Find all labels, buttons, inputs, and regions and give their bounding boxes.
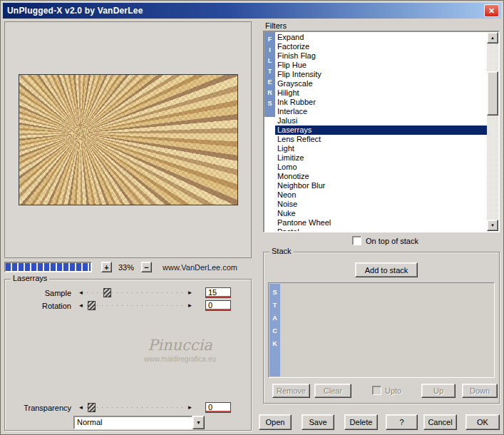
rotation-left-arrow-icon[interactable]: ◄ xyxy=(76,301,86,310)
filter-list-item[interactable]: Grayscale xyxy=(275,79,487,88)
zoom-level: 33% xyxy=(113,263,139,272)
save-button[interactable]: Save xyxy=(302,414,334,430)
add-to-stack-button[interactable]: Add to stack xyxy=(355,262,418,277)
upto-checkbox[interactable] xyxy=(372,386,381,395)
stack-group: Stack Add to stack STACK Remove Clear Up… xyxy=(263,252,500,404)
transparency-right-arrow-icon[interactable]: ► xyxy=(185,403,195,412)
rotation-slider[interactable] xyxy=(87,301,184,310)
filter-list-item[interactable]: Laserrays xyxy=(275,126,487,135)
rotation-value-field[interactable]: 0 xyxy=(205,300,231,311)
clear-button[interactable]: Clear xyxy=(314,384,351,398)
transparency-slider[interactable] xyxy=(87,403,184,412)
transparency-left-arrow-icon[interactable]: ◄ xyxy=(76,403,86,412)
on-top-checkbox[interactable] xyxy=(352,236,361,245)
cancel-button[interactable]: Cancel xyxy=(423,414,457,430)
sample-label: Sample xyxy=(11,289,76,297)
filter-list-item[interactable]: Interlace xyxy=(275,107,487,116)
window-title: UnPlugged-X v2.0 by VanDerLee xyxy=(3,6,143,16)
ok-button[interactable]: OK xyxy=(466,414,500,430)
laserrays-preview-image xyxy=(19,74,238,205)
sample-value-field[interactable]: 15 xyxy=(205,287,231,298)
rotation-row: Rotation ◄ ► 0 xyxy=(11,300,247,312)
sample-right-arrow-icon[interactable]: ► xyxy=(185,288,195,297)
help-button[interactable]: ? xyxy=(386,414,418,430)
delete-button[interactable]: Delete xyxy=(344,414,378,430)
transparency-value-field[interactable]: 0 xyxy=(205,402,231,413)
blend-mode-combo[interactable]: Normal ▼ xyxy=(73,416,205,429)
sample-slider-thumb[interactable] xyxy=(103,288,111,297)
filters-vertical-tab: FILTERS xyxy=(264,32,275,117)
zoom-out-button[interactable]: − xyxy=(141,262,152,272)
filters-listbox: FILTERS ExpandFactorizeFinish FlagFlip H… xyxy=(263,31,500,232)
filter-list-item[interactable]: Factorize xyxy=(275,42,487,51)
filter-list-item[interactable]: Nuke xyxy=(275,209,487,218)
scroll-up-button[interactable]: ▲ xyxy=(487,32,498,44)
laserrays-group-label: Laserrays xyxy=(11,274,49,282)
filter-list-item[interactable]: Pantone Wheel xyxy=(275,218,487,227)
filter-list-item[interactable]: Expand xyxy=(275,33,487,42)
filter-list-item[interactable]: Flip Hue xyxy=(275,61,487,70)
render-progress-bar xyxy=(4,262,92,272)
transparency-row: Transparency ◄ ► 0 xyxy=(11,401,247,414)
filter-list-item[interactable]: Lens Reflect xyxy=(275,135,487,144)
watermark: Pinuccia www.maidiregrafica.eu xyxy=(112,337,248,363)
stack-group-label: Stack xyxy=(269,247,294,255)
filter-list-item[interactable]: Neighbor Blur xyxy=(275,181,487,190)
filter-list-item[interactable]: Finish Flag xyxy=(275,51,487,61)
rotation-label: Rotation xyxy=(11,302,76,310)
up-button[interactable]: Up xyxy=(421,384,456,398)
sample-slider[interactable] xyxy=(87,288,184,297)
blend-mode-value[interactable]: Normal xyxy=(73,416,192,429)
remove-button[interactable]: Remove xyxy=(272,384,310,398)
vendor-site-link[interactable]: www.VanDerLee.com xyxy=(163,263,237,272)
rotation-slider-thumb[interactable] xyxy=(88,301,96,310)
rotation-right-arrow-icon[interactable]: ► xyxy=(185,301,195,310)
sample-row: Sample ◄ ► 15 xyxy=(11,287,247,299)
filter-list-item[interactable]: Neon xyxy=(275,190,487,200)
zoom-in-button[interactable]: + xyxy=(101,262,112,272)
watermark-site: www.maidiregrafica.eu xyxy=(112,355,248,363)
scrollbar-thumb[interactable] xyxy=(487,71,498,116)
title-bar[interactable]: UnPlugged-X v2.0 by VanDerLee ✕ xyxy=(3,3,501,19)
laserrays-group: Laserrays Sample ◄ ► 15 Rotation ◄ ► 0 P… xyxy=(4,279,252,431)
open-button[interactable]: Open xyxy=(259,414,292,430)
watermark-name: Pinuccia xyxy=(112,337,248,354)
filter-list-item[interactable]: Flip Intensity xyxy=(275,70,487,79)
unplugged-x-window: UnPlugged-X v2.0 by VanDerLee ✕ + 33% − … xyxy=(0,0,504,435)
stack-vertical-tab: STACK xyxy=(269,284,280,377)
stack-listbox: STACK xyxy=(268,282,495,378)
scroll-down-icon: ▼ xyxy=(490,223,495,227)
filter-list-item[interactable]: Pastel xyxy=(275,227,487,231)
filter-list-item[interactable]: Ink Rubber xyxy=(275,98,487,107)
filter-list-item[interactable]: Lomo xyxy=(275,163,487,172)
filters-items: ExpandFactorizeFinish FlagFlip HueFlip I… xyxy=(275,32,487,231)
down-button[interactable]: Down xyxy=(462,384,498,398)
filter-list-item[interactable]: Jalusi xyxy=(275,116,487,126)
chevron-down-icon: ▼ xyxy=(196,420,201,425)
filters-tab-text: FILTERS xyxy=(267,32,274,117)
on-top-label: On top of stack xyxy=(366,237,418,245)
scroll-up-icon: ▲ xyxy=(490,36,495,40)
filter-list-item[interactable]: Limitize xyxy=(275,153,487,163)
filter-list-item[interactable]: Light xyxy=(275,144,487,153)
upto-label: Upto xyxy=(385,387,401,395)
transparency-label: Transparency xyxy=(11,404,76,412)
close-icon: ✕ xyxy=(488,6,495,15)
filters-section-label: Filters xyxy=(265,21,287,30)
preview-panel xyxy=(4,21,252,258)
filter-list-item[interactable]: Monotize xyxy=(275,172,487,181)
transparency-slider-thumb[interactable] xyxy=(88,403,96,412)
sample-left-arrow-icon[interactable]: ◄ xyxy=(76,288,86,297)
filter-list-item[interactable]: Hilight xyxy=(275,88,487,98)
progress-fill xyxy=(6,263,91,271)
close-button[interactable]: ✕ xyxy=(484,4,499,17)
scroll-down-button[interactable]: ▼ xyxy=(487,220,498,231)
filters-scrollbar[interactable]: ▲ ▼ xyxy=(487,32,498,231)
filter-list-item[interactable]: Noise xyxy=(275,200,487,209)
stack-tab-text: STACK xyxy=(272,284,279,377)
blend-mode-dropdown-button[interactable]: ▼ xyxy=(192,416,205,429)
